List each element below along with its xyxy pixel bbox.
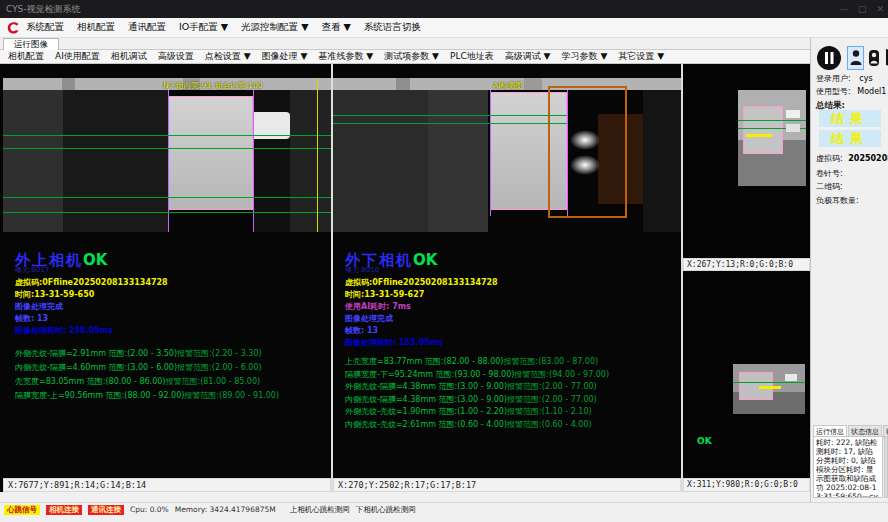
left-barcode: 虚拟码:0Ffline20250208133134728 [15, 277, 325, 289]
mid-measure-row: 外侧壳纹-隔膜=4.38mm 范围:(3.00 - 9.00)报警范围:(2.0… [345, 381, 675, 394]
menu-camera-config[interactable]: 相机配置 [77, 21, 115, 34]
preview-bottom[interactable]: OK [683, 271, 810, 478]
main-view-area: N下组内宽:93; 组合内宽:100 外上相机OK 曝光:8017 虚拟码:0F… [0, 64, 810, 492]
preview-bottom-coords: X:311;Y:980;R:0;G:0;B:0 [683, 478, 810, 492]
menu-io-config[interactable]: IO手配置 ▼ [179, 21, 228, 34]
exit-button[interactable] [884, 46, 888, 70]
login-user-value: cys [859, 74, 872, 83]
left-green-line-2 [3, 148, 331, 149]
menu-language-switch[interactable]: 系统语言切换 [364, 21, 421, 34]
left-measure-row: 外侧壳纹-隔膜=2.91mm 范围:(2.00 - 3.50)报警范围:(2.2… [15, 347, 325, 361]
qr-code-label: 二维码: [816, 181, 843, 192]
pause-button[interactable] [814, 43, 844, 73]
tab-run-image[interactable]: 运行图像 [3, 38, 59, 50]
cpu-usage: Cpu: 0.0% [130, 505, 169, 514]
user-button[interactable] [847, 46, 864, 70]
left-green-line-3 [3, 197, 331, 198]
lower-cam-heartbeat: 下相机心跳检测间 [356, 505, 416, 515]
left-cell-region [168, 96, 253, 210]
tool-test-params[interactable]: 测试项参数 ▼ [384, 50, 439, 63]
tool-ai-usage-config[interactable]: AI使用配置 [55, 50, 100, 63]
barcode-value: 20250208 [848, 154, 888, 163]
mid-magenta-guide-left [490, 90, 491, 216]
tool-baseline-params[interactable]: 基准线参数 ▼ [318, 50, 373, 63]
left-measure-row: 隔膜宽度-上=90.56mm 范围:(88.00 - 92.00)报警范围:(8… [15, 389, 325, 403]
left-overlay-label: N下组内宽:93; 组合内宽:100 [163, 81, 262, 90]
mid-elapsed: 图像处理耗时: 183.05ms [345, 337, 675, 349]
result-box-1: 结果 [819, 110, 881, 127]
mid-measure-row: 上壳宽度=83.77mm 范围:(82.00 - 88.00)报警范围:(83.… [345, 356, 675, 369]
tool-advanced-settings[interactable]: 高级设置 [158, 50, 194, 63]
user-icon [850, 49, 862, 67]
tool-plc-address-table[interactable]: PLC地址表 [450, 50, 494, 63]
title-bar: CYS-视觉检测系统 [0, 0, 888, 18]
menu-view[interactable]: 查看 ▼ [321, 21, 350, 34]
mid-overlay-label: AI检测图 [493, 81, 523, 90]
mid-magenta-guide-right [567, 90, 568, 216]
login-user-label: 登录用户: [816, 74, 851, 83]
camera-view-lower-outer[interactable]: AI检测图 外下相机OK 曝光:8010 虚拟码:0Ffline20250208… [333, 64, 681, 478]
app-logo-icon [5, 20, 21, 36]
run-log-text: 耗时: 222, 缺陷检测耗时: 17, 缺陷分类耗时: 0, 缺陷模块分区耗时… [813, 436, 883, 498]
tool-image-processing[interactable]: 图像处理 ▼ [262, 50, 308, 63]
mid-measure-row: 隔膜宽度-下=95.24mm 范围:(93.00 - 98.00)报警范围:(9… [345, 369, 675, 382]
left-magenta-guide-right [253, 90, 254, 232]
mid-pixel-coords: X:270;Y:2502;R:17;G:17;B:17 [333, 478, 681, 492]
right-control-panel: 登录用户: cys 使用型号: Model1 总结果: 结果 结果 虚拟码: 2… [810, 38, 888, 502]
operator-button[interactable] [867, 47, 881, 69]
preview-bottom-ok: OK [697, 436, 712, 446]
tab-strip: 运行图像 [0, 38, 810, 50]
pin-number-label: 卷针号: [816, 168, 843, 179]
preview-top-coords: X:267;Y:13;R:0;G:0;B:0 [683, 258, 810, 271]
mid-measure-row: 内侧壳纹-隔膜=4.38mm 范围:(3.00 - 9.00)报警范围:(2.0… [345, 394, 675, 407]
tool-camera-debug[interactable]: 相机调试 [111, 50, 147, 63]
preview-column: X:267;Y:13;R:0;G:0;B:0 OK X:311;Y:980;R:… [683, 64, 810, 492]
minimize-icon[interactable]: — [839, 0, 848, 18]
menu-comm-config[interactable]: 通讯配置 [128, 21, 166, 34]
left-green-line-1 [3, 135, 331, 136]
operator-icon [868, 49, 880, 67]
left-pixel-coords: X:7677;Y:891;R:14;G:14;B:14 [3, 478, 331, 492]
result-box-2: 结果 [819, 130, 881, 147]
tool-advanced-debug[interactable]: 高级调试 ▼ [505, 50, 551, 63]
left-machine-far-right [290, 90, 331, 232]
mid-green-line-1 [333, 115, 567, 116]
left-machine-bed [63, 90, 168, 232]
preview-top[interactable] [683, 64, 810, 258]
left-magenta-guide-left [168, 90, 169, 232]
mid-result-block: 外下相机OK 曝光:8010 虚拟码:0Ffline20250208133134… [345, 252, 675, 431]
left-measure-row: 内侧壳纹-隔膜=4.60mm 范围:(3.00 - 6.00)报警范围:(2.0… [15, 361, 325, 375]
pause-icon [815, 44, 843, 72]
left-machine-column [3, 90, 63, 232]
maximize-icon[interactable]: □ [858, 0, 867, 18]
left-frame-count: 帧数: 13 [15, 313, 325, 325]
tool-learning-params[interactable]: 学习参数 ▼ [562, 50, 608, 63]
barcode-label: 虚拟码: [816, 154, 843, 163]
tool-spot-check[interactable]: 点检设置 ▼ [205, 50, 251, 63]
log-scrollbar[interactable] [884, 436, 888, 498]
left-elapsed: 图像处理耗时: 258.05ms [15, 325, 325, 337]
tool-camera-config[interactable]: 相机配置 [8, 50, 44, 63]
model-value-dropdown[interactable]: Model1 [857, 87, 886, 96]
menu-system-config[interactable]: 系统配置 [26, 21, 64, 34]
menu-light-config[interactable]: 光源控制配置 ▼ [241, 21, 308, 34]
mid-frame-count: 帧数: 13 [345, 325, 675, 337]
window-controls: — □ ✕ [839, 0, 884, 18]
left-process-done: 图像处理完成 [15, 301, 325, 313]
left-measure-row: 壳宽度=83.05mm 范围:(80.00 - 86.00)报警范围:(81.0… [15, 375, 325, 389]
comm-link-badge: 通讯连接 [88, 505, 124, 515]
tool-other-settings[interactable]: 其它设置 ▼ [618, 50, 664, 63]
memory-usage: Memory: 3424.41796875M [175, 505, 276, 514]
tool-bar: 相机配置 AI使用配置 相机调试 高级设置 点检设置 ▼ 图像处理 ▼ 基准线参… [0, 50, 810, 64]
mid-machine-column [333, 90, 428, 232]
mid-barcode: 虚拟码:0Ffline20250208133134728 [345, 277, 675, 289]
preview-bottom-image [733, 364, 805, 414]
camera-link-badge: 相机连接 [46, 505, 82, 515]
mid-machine-right [643, 90, 681, 232]
login-user-row: 登录用户: cys [816, 73, 873, 84]
camera-view-upper-outer[interactable]: N下组内宽:93; 组合内宽:100 外上相机OK 曝光:8017 虚拟码:0F… [3, 64, 331, 478]
mid-time: 时间:13-31-59-627 [345, 289, 675, 301]
left-time: 时间:13-31-59-650 [15, 289, 325, 301]
close-icon[interactable]: ✕ [876, 0, 884, 18]
heartbeat-badge: 心跳信号 [4, 505, 40, 515]
